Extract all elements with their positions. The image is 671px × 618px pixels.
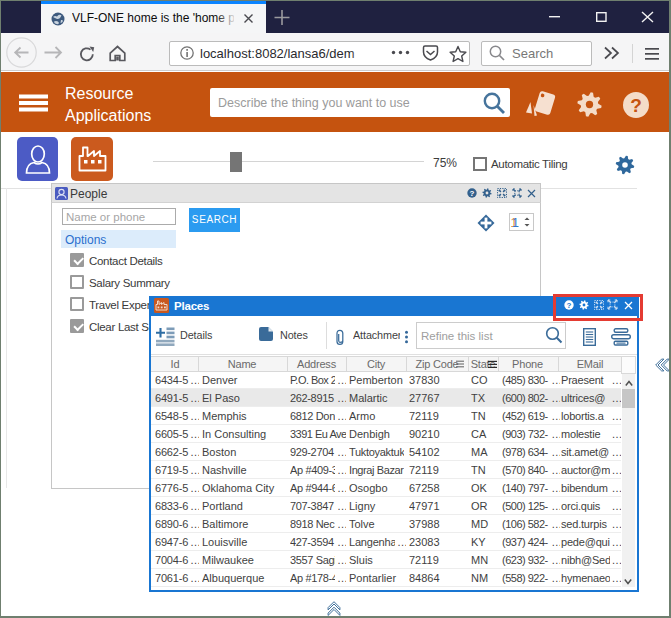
svg-text:?: ?	[630, 95, 642, 116]
svg-text:?: ?	[567, 301, 572, 310]
svg-text:?: ?	[470, 189, 475, 198]
